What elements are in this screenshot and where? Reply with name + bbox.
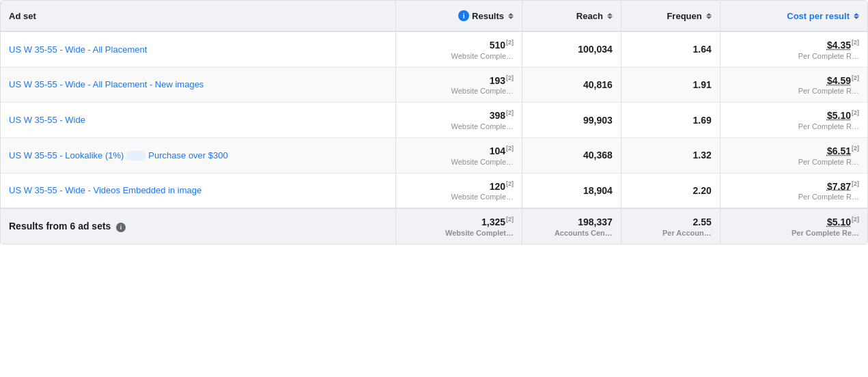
header-results[interactable]: i Results (396, 1, 522, 31)
sort-down-arrow (706, 16, 712, 19)
cell-reach: 99,903 (522, 102, 621, 138)
header-cost-per-result[interactable]: Cost per result (720, 1, 867, 31)
adset-link[interactable]: US W 35-55 - Wide (9, 115, 85, 125)
adset-link[interactable]: US W 35-55 - Wide - Videos Embedded in i… (9, 185, 201, 195)
frequency-value: 1.32 (630, 150, 712, 160)
results-sub: Website Comple… (404, 158, 514, 166)
footer-results-sub: Website Complet… (404, 229, 514, 237)
cost-value: $5.10[2] (729, 109, 859, 121)
cell-cost: $4.59[2] Per Complete R… (720, 67, 867, 102)
results-sub: Website Comple… (404, 193, 514, 201)
reach-value: 100,034 (531, 44, 613, 55)
table-row: US W 35-55 - Lookalike (1%)Purchase over… (1, 137, 867, 173)
frequency-value: 2.20 (630, 185, 712, 196)
footer-cost-value: $5.10[2] (729, 216, 859, 227)
sort-up-arrow-active (854, 13, 859, 16)
cost-sub: Per Complete R… (729, 87, 859, 95)
cell-frequency: 1.91 (621, 67, 720, 102)
table-row: US W 35-55 - Wide - All Placement 510[2]… (1, 31, 867, 67)
cost-value: $6.51[2] (729, 145, 859, 156)
cost-value: $7.87[2] (729, 180, 859, 192)
cost-superscript: [2] (852, 39, 859, 46)
badge (126, 151, 145, 160)
cell-adset: US W 35-55 - Lookalike (1%)Purchase over… (1, 137, 396, 173)
header-adset: Ad set (1, 1, 396, 31)
adset-link[interactable]: US W 35-55 - Wide - All Placement (9, 44, 147, 55)
results-superscript: [2] (506, 145, 514, 152)
cost-superscript: [2] (852, 109, 859, 116)
cell-frequency: 1.69 (621, 102, 720, 138)
results-superscript: [2] (506, 39, 514, 46)
cost-superscript: [2] (852, 74, 859, 81)
results-superscript: [2] (506, 109, 514, 116)
cost-sub: Per Complete R… (729, 193, 859, 201)
cell-reach: 18,904 (522, 173, 621, 208)
sort-down-arrow (607, 16, 613, 19)
header-results-label: Results (472, 11, 504, 21)
cell-frequency: 1.64 (621, 31, 720, 67)
reach-value: 99,903 (531, 115, 613, 126)
cell-cost: $4.35[2] Per Complete R… (720, 31, 867, 67)
header-frequency[interactable]: Frequen (621, 1, 720, 31)
footer-frequency-sub: Per Accoun… (630, 229, 712, 237)
footer-cost-sup: [2] (852, 216, 859, 223)
footer-results: 1,325[2] Website Complet… (396, 208, 522, 244)
cell-results: 104[2] Website Comple… (396, 137, 522, 173)
footer-reach: 198,337 Accounts Cen… (522, 208, 621, 244)
header-reach[interactable]: Reach (522, 1, 621, 31)
cell-cost: $6.51[2] Per Complete R… (720, 137, 867, 173)
cell-reach: 100,034 (522, 31, 621, 67)
sort-up-arrow (508, 13, 514, 16)
footer-results-value: 1,325[2] (404, 216, 514, 227)
results-value: 193[2] (404, 74, 514, 86)
footer-frequency: 2.55 Per Accoun… (621, 208, 720, 244)
cell-reach: 40,816 (522, 67, 621, 102)
cost-superscript: [2] (852, 145, 859, 152)
cost-value: $4.59[2] (729, 74, 859, 86)
sort-cost-icon[interactable] (854, 13, 859, 19)
footer-cost: $5.10[2] Per Complete Re… (720, 208, 867, 244)
cell-adset: US W 35-55 - Wide (1, 102, 396, 138)
cost-sub: Per Complete R… (729, 122, 859, 130)
results-sub: Website Comple… (404, 122, 514, 130)
frequency-value: 1.91 (630, 79, 712, 90)
footer-label-text: Results from 6 ad sets (9, 221, 111, 232)
cell-cost: $7.87[2] Per Complete R… (720, 173, 867, 208)
cell-results: 120[2] Website Comple… (396, 173, 522, 208)
footer-results-sup: [2] (506, 216, 514, 223)
results-value: 104[2] (404, 145, 514, 156)
frequency-value: 1.69 (630, 115, 712, 126)
footer-frequency-value: 2.55 (630, 217, 712, 227)
adset-link[interactable]: US W 35-55 - Wide - All Placement - New … (9, 79, 204, 89)
cell-frequency: 1.32 (621, 137, 720, 173)
cell-adset: US W 35-55 - Wide - All Placement (1, 31, 396, 67)
sort-up-arrow (607, 13, 613, 16)
info-icon[interactable]: i (458, 10, 469, 21)
results-superscript: [2] (506, 180, 514, 187)
table-row: US W 35-55 - Wide 398[2] Website Comple…… (1, 102, 867, 138)
footer-info-icon[interactable]: i (116, 223, 126, 232)
footer-row: Results from 6 ad sets i 1,325[2] Websit… (1, 208, 867, 244)
table-row: US W 35-55 - Wide - All Placement - New … (1, 67, 867, 102)
table-row: US W 35-55 - Wide - Videos Embedded in i… (1, 173, 867, 208)
reach-value: 18,904 (531, 185, 613, 196)
sort-results-icon[interactable] (508, 13, 514, 19)
adset-link-part2[interactable]: Purchase over $300 (148, 150, 227, 160)
frequency-value: 1.64 (630, 44, 712, 55)
cell-results: 193[2] Website Comple… (396, 67, 522, 102)
adset-link[interactable]: US W 35-55 - Lookalike (1%) (9, 150, 124, 160)
header-cost-label: Cost per result (787, 11, 850, 21)
results-value: 120[2] (404, 180, 514, 192)
ad-set-table: Ad set i Results Reach (0, 0, 868, 245)
sort-down-arrow (508, 16, 514, 19)
cell-frequency: 2.20 (621, 173, 720, 208)
cost-value: $4.35[2] (729, 39, 859, 51)
sort-frequency-icon[interactable] (706, 13, 712, 19)
sort-down-arrow (854, 16, 859, 19)
sort-up-arrow (706, 13, 712, 16)
sort-reach-icon[interactable] (607, 13, 613, 19)
footer-label: Results from 6 ad sets i (1, 208, 396, 244)
header-frequency-label: Frequen (667, 11, 701, 21)
footer-cost-sub: Per Complete Re… (729, 229, 859, 237)
cell-reach: 40,368 (522, 137, 621, 173)
